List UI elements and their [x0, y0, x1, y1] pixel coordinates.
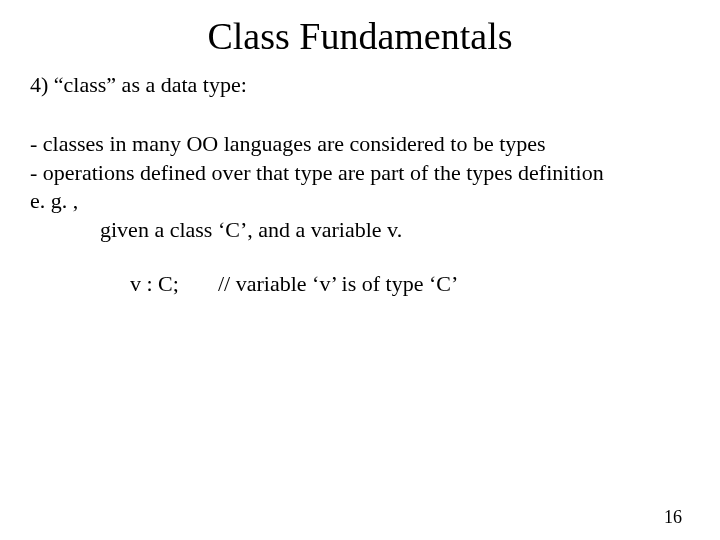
body-line: - operations defined over that type are …: [30, 159, 690, 188]
slide: Class Fundamentals 4) “class” as a data …: [0, 14, 720, 540]
code-declaration: v : C;: [130, 270, 218, 299]
slide-subheading: 4) “class” as a data type:: [30, 72, 720, 98]
code-comment: // variable ‘v’ is of type ‘C’: [218, 270, 458, 299]
code-example: v : C; // variable ‘v’ is of type ‘C’: [130, 270, 690, 299]
body-line: - classes in many OO languages are consi…: [30, 130, 690, 159]
body-line: e. g. ,: [30, 187, 690, 216]
body-line-indent: given a class ‘C’, and a variable v.: [100, 216, 690, 245]
slide-body: - classes in many OO languages are consi…: [30, 130, 690, 299]
page-number: 16: [664, 507, 682, 528]
slide-title: Class Fundamentals: [0, 14, 720, 58]
